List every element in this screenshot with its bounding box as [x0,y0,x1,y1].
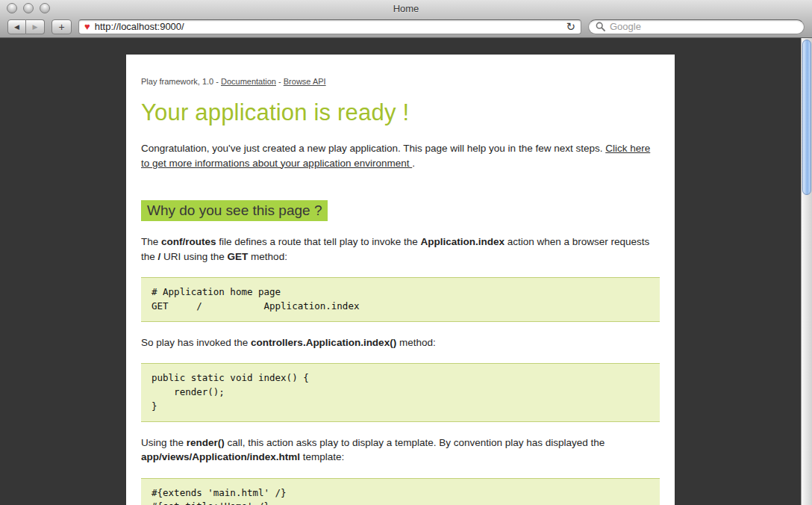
history-nav: ◀ ▶ [7,19,45,34]
template-paragraph: Using the render() call, this action ask… [141,436,660,465]
code-term-template-path: app/views/Application/index.html [141,451,300,462]
minimize-window-button[interactable] [23,3,34,13]
code-block-template: #{extends 'main.html' /} #{set title:'Ho… [141,478,660,505]
favicon-heart-icon: ♥ [84,22,90,31]
text-segment: Using the [141,437,187,448]
text-segment: method: [396,337,436,348]
text-segment: template: [300,451,344,462]
page-viewport: Play framework, 1.0 - Documentation - Br… [0,38,801,505]
text-segment: So play has invoked the [141,337,251,348]
text-segment: The [141,236,161,247]
url-input[interactable] [95,21,562,32]
scrollbar-track[interactable] [801,38,812,505]
code-term-controller-method: controllers.Application.index() [251,337,396,348]
address-bar[interactable]: ♥ ↻ [78,19,581,34]
code-block-action: public static void index() { render(); } [141,363,660,421]
zoom-window-button[interactable] [40,3,50,13]
intro-period: . [412,158,415,169]
toolbar: ◀ ▶ + ♥ ↻ [0,16,812,37]
reload-icon[interactable]: ↻ [566,21,575,32]
titlebar: Home [0,0,812,16]
code-term-render: render() [187,437,225,448]
meta-separator: - [276,77,284,86]
text-segment: call, this action asks play to display a… [225,437,605,448]
framework-label: Play framework, 1.0 - [141,77,221,86]
intro-text: Congratulation, you've just created a ne… [141,143,605,154]
search-field[interactable] [588,19,805,34]
routes-paragraph: The conf/routes file defines a route tha… [141,235,660,264]
browse-api-link[interactable]: Browse API [284,77,326,86]
page-title: Your application is ready ! [141,99,660,126]
code-block-routes: # Application home page GET / Applicatio… [141,277,660,322]
scrollbar-thumb[interactable] [802,40,811,195]
search-icon [596,22,605,31]
text-segment: URI using the [160,251,227,262]
invoked-paragraph: So play has invoked the controllers.Appl… [141,335,660,350]
new-tab-button[interactable]: + [51,19,72,34]
window-title: Home [393,3,419,14]
documentation-link[interactable]: Documentation [221,77,276,86]
code-term-conf-routes: conf/routes [161,236,216,247]
intro-paragraph: Congratulation, you've just created a ne… [141,141,660,170]
code-term-application-index: Application.index [420,236,505,247]
window-controls [7,3,50,13]
browser-window: Home ◀ ▶ + ♥ ↻ Play framewor [0,0,812,505]
close-window-button[interactable] [7,3,17,13]
back-button[interactable]: ◀ [7,19,26,34]
content-card: Play framework, 1.0 - Documentation - Br… [126,55,675,505]
framework-meta: Play framework, 1.0 - Documentation - Br… [141,77,660,86]
forward-button[interactable]: ▶ [26,19,45,34]
browser-chrome: Home ◀ ▶ + ♥ ↻ [0,0,812,38]
search-input[interactable] [610,21,797,32]
text-segment: file defines a route that tell play to i… [216,236,421,247]
section-title: Why do you see this page ? [141,200,328,221]
code-term-get: GET [228,251,249,262]
text-segment: method: [248,251,287,262]
